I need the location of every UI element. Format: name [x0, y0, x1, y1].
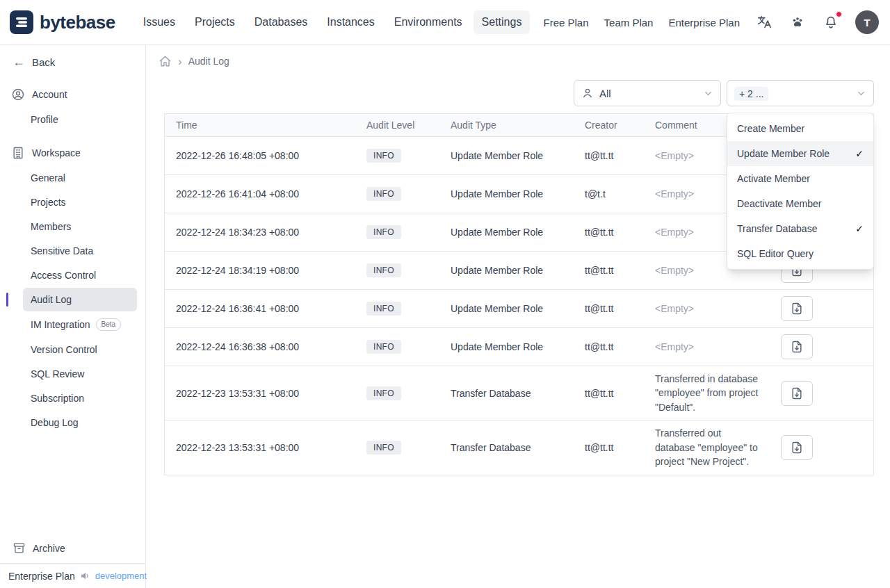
- row-time: 2022-12-23 13:53:31 +08:00: [165, 366, 355, 420]
- export-log-button[interactable]: [781, 381, 813, 406]
- menu-item-activate-member[interactable]: Activate Member: [727, 166, 873, 191]
- row-time: 2022-12-24 18:34:23 +08:00: [165, 213, 355, 252]
- row-creator: tt@tt.tt: [574, 420, 644, 475]
- file-download-icon: [790, 302, 804, 316]
- audit-level-badge: INFO: [366, 302, 401, 316]
- breadcrumb-chevron-icon: ›: [178, 56, 182, 67]
- col-time: Time: [165, 114, 355, 137]
- sidebar-item-audit-log[interactable]: Audit Log: [23, 288, 137, 311]
- archive-button[interactable]: Archive: [0, 534, 145, 563]
- bytebase-logo-icon: [10, 10, 33, 34]
- workspace-section-title: Workspace: [0, 140, 145, 165]
- speaker-icon: [80, 571, 90, 581]
- archive-box-icon: [13, 541, 26, 555]
- chevron-down-icon: [703, 88, 713, 99]
- user-avatar[interactable]: T: [855, 10, 879, 34]
- check-icon: ✓: [855, 148, 864, 159]
- enterprise-plan-link[interactable]: Enterprise Plan: [668, 17, 740, 28]
- col-creator: Creator: [574, 114, 644, 137]
- audit-level-badge: INFO: [366, 441, 401, 455]
- row-comment: Transferred in database "employee" from …: [644, 366, 770, 420]
- menu-item-deactivate-member[interactable]: Deactivate Member: [727, 191, 873, 216]
- audit-level-badge: INFO: [366, 386, 401, 400]
- export-log-button[interactable]: [781, 296, 813, 321]
- row-comment: <Empty>: [644, 328, 770, 366]
- sidebar-item-projects[interactable]: Projects: [23, 190, 137, 214]
- notification-dot: [836, 11, 842, 17]
- row-creator: tt@tt.tt: [574, 213, 644, 252]
- row-audit-type: Update Member Role: [439, 290, 574, 328]
- export-log-button[interactable]: [781, 334, 813, 359]
- row-audit-type: Transfer Database: [439, 420, 574, 475]
- audit-level-badge: INFO: [366, 263, 401, 277]
- sidebar-item-sql-review[interactable]: SQL Review: [23, 362, 137, 386]
- paw-icon[interactable]: [788, 13, 807, 31]
- sidebar-item-debug-log[interactable]: Debug Log: [23, 411, 137, 434]
- nav-projects[interactable]: Projects: [186, 10, 243, 34]
- menu-item-sql-editor-query[interactable]: SQL Editor Query: [727, 241, 873, 266]
- back-label: Back: [32, 56, 55, 68]
- table-row: 2022-12-23 13:53:31 +08:00 INFO Transfer…: [165, 420, 873, 475]
- audit-level-badge: INFO: [366, 149, 401, 163]
- sidebar-item-sensitive-data[interactable]: Sensitive Data: [23, 239, 137, 263]
- environment-label: development: [95, 571, 147, 581]
- menu-item-transfer-database[interactable]: Transfer Database ✓: [727, 216, 873, 241]
- row-audit-type: Update Member Role: [439, 213, 574, 252]
- footer-plan-label: Enterprise Plan: [8, 571, 75, 582]
- sidebar-item-subscription[interactable]: Subscription: [23, 386, 137, 410]
- creator-filter-value: All: [599, 88, 697, 99]
- team-plan-link[interactable]: Team Plan: [604, 17, 654, 28]
- audit-type-dropdown-menu: Create Member Update Member Role ✓ Activ…: [727, 113, 874, 270]
- audit-level-badge: INFO: [366, 340, 401, 354]
- sidebar-item-profile[interactable]: Profile: [23, 108, 137, 131]
- filter-row: All + 2 ...: [146, 73, 890, 113]
- back-arrow-icon: ←: [13, 56, 25, 68]
- row-audit-type: Update Member Role: [439, 175, 574, 213]
- export-log-button[interactable]: [781, 435, 813, 460]
- notification-bell-icon[interactable]: [822, 13, 840, 31]
- row-creator: tt@tt.tt: [574, 137, 644, 175]
- table-row: 2022-12-24 16:36:41 +08:00 INFO Update M…: [165, 290, 873, 328]
- row-time: 2022-12-23 13:53:31 +08:00: [165, 420, 355, 475]
- file-download-icon: [790, 441, 804, 455]
- sidebar-item-general[interactable]: General: [23, 166, 137, 190]
- nav-settings[interactable]: Settings: [474, 10, 531, 34]
- row-audit-type: Update Member Role: [439, 252, 574, 290]
- row-creator: tt@tt.tt: [574, 366, 644, 420]
- row-comment: <Empty>: [644, 290, 770, 328]
- home-icon[interactable]: [159, 55, 172, 68]
- logo-wordmark: bytebase: [40, 12, 115, 33]
- sidebar-item-version-control[interactable]: Version Control: [23, 338, 137, 361]
- menu-item-create-member[interactable]: Create Member: [727, 116, 873, 141]
- menu-item-update-member-role[interactable]: Update Member Role ✓: [727, 141, 873, 166]
- row-time: 2022-12-24 16:36:41 +08:00: [165, 290, 355, 328]
- sidebar-item-im-integration[interactable]: IM Integration Beta: [23, 312, 137, 337]
- breadcrumb-current: Audit Log: [188, 56, 229, 67]
- file-download-icon: [790, 386, 804, 400]
- nav-issues[interactable]: Issues: [135, 10, 184, 34]
- row-time: 2022-12-24 16:36:38 +08:00: [165, 328, 355, 366]
- user-icon: [581, 87, 594, 99]
- nav-instances[interactable]: Instances: [318, 10, 382, 34]
- language-translate-icon[interactable]: [755, 13, 773, 31]
- sidebar-bottom: Archive Enterprise Plan development: [0, 534, 145, 588]
- sidebar-item-access-control[interactable]: Access Control: [23, 263, 137, 287]
- beta-badge: Beta: [96, 318, 122, 331]
- audit-level-badge: INFO: [366, 187, 401, 201]
- table-row: 2022-12-24 16:36:38 +08:00 INFO Update M…: [165, 328, 873, 366]
- avatar-letter: T: [864, 17, 870, 28]
- free-plan-link[interactable]: Free Plan: [544, 17, 589, 28]
- main-content: › Audit Log All + 2 ... Time Audit Level: [146, 45, 890, 588]
- creator-filter-select[interactable]: All: [574, 80, 721, 106]
- row-audit-type: Update Member Role: [439, 137, 574, 175]
- nav-databases[interactable]: Databases: [246, 10, 316, 34]
- audit-type-filter-select[interactable]: + 2 ...: [727, 80, 874, 106]
- file-download-icon: [790, 340, 804, 354]
- sidebar-item-members[interactable]: Members: [23, 215, 137, 238]
- back-button[interactable]: ← Back: [0, 45, 145, 74]
- bytebase-logo[interactable]: bytebase: [10, 10, 115, 34]
- main-nav: Issues Projects Databases Instances Envi…: [135, 10, 531, 34]
- row-audit-type: Transfer Database: [439, 366, 574, 420]
- nav-environments[interactable]: Environments: [386, 10, 471, 34]
- building-icon: [11, 146, 25, 160]
